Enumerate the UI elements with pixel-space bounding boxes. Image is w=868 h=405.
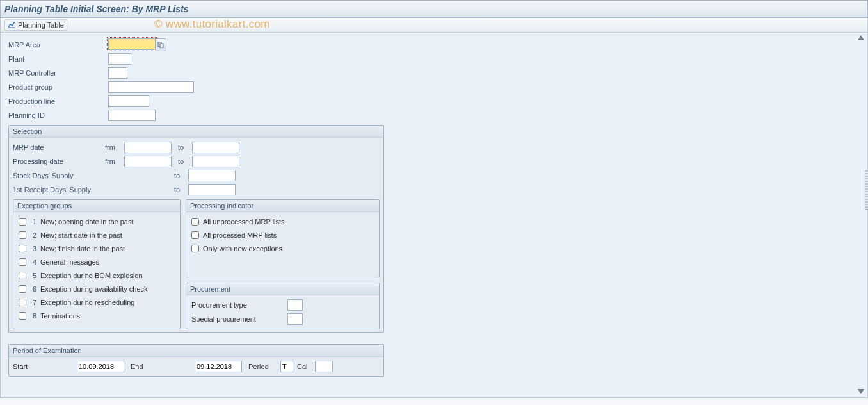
production-line-input[interactable] <box>108 95 149 107</box>
mrp-date-to-input[interactable] <box>192 142 239 153</box>
exception-3-checkbox[interactable] <box>19 245 26 252</box>
end-label: End <box>131 363 195 370</box>
product-group-input[interactable] <box>108 81 194 93</box>
selection-group: Selection MRP date frm to Processing dat… <box>8 125 384 333</box>
stock-supply-to-input[interactable] <box>188 170 236 181</box>
exception-1-checkbox[interactable] <box>19 218 26 226</box>
unprocessed-checkbox[interactable] <box>191 218 199 226</box>
mrp-date-label: MRP date <box>13 144 105 151</box>
period-label: Period <box>248 363 280 370</box>
processing-date-to-input[interactable] <box>192 156 239 167</box>
chart-icon <box>8 21 15 29</box>
mrp-controller-label: MRP Controller <box>8 69 108 77</box>
period-exam-group: Period of Examination Start End Period C… <box>8 344 384 377</box>
exception-row: 4General messages <box>19 255 175 269</box>
to-label-2: to <box>178 158 192 165</box>
exception-5-checkbox[interactable] <box>19 272 26 279</box>
to-label-4: to <box>174 186 188 194</box>
processed-checkbox[interactable] <box>191 231 199 239</box>
planning-id-label: Planning ID <box>8 112 108 119</box>
mrp-area-search-help[interactable] <box>156 38 166 51</box>
period-input[interactable] <box>280 361 293 372</box>
first-receipt-to-input[interactable] <box>188 184 236 195</box>
exception-6-checkbox[interactable] <box>19 285 26 293</box>
mrp-area-input[interactable] <box>108 38 156 50</box>
header: Planning Table Initial Screen: By MRP Li… <box>0 0 868 18</box>
exception-row: 1New; opening date in the past <box>19 215 175 228</box>
period-exam-title: Period of Examination <box>9 345 383 357</box>
exception-row: 7Exception during rescheduling <box>19 295 175 309</box>
procurement-type-input[interactable] <box>287 299 303 311</box>
search-help-icon <box>157 42 164 48</box>
scroll-up-icon[interactable] <box>858 35 864 40</box>
special-procurement-label: Special procurement <box>191 315 287 323</box>
start-label: Start <box>13 363 77 370</box>
planning-table-label: Planning Table <box>18 21 64 29</box>
mrp-date-from-input[interactable] <box>124 142 172 153</box>
special-procurement-input[interactable] <box>287 313 303 325</box>
processing-date-from-input[interactable] <box>124 156 172 167</box>
exception-4-checkbox[interactable] <box>19 258 26 266</box>
stock-supply-label: Stock Days' Supply <box>13 172 105 179</box>
exception-8-checkbox[interactable] <box>19 312 26 320</box>
cal-label: Cal <box>297 363 315 370</box>
exception-row: 6Exception during availability check <box>19 282 175 295</box>
production-line-label: Production line <box>8 97 108 105</box>
first-receipt-label: 1st Receipt Days' Supply <box>13 186 105 194</box>
cal-input[interactable] <box>315 361 333 372</box>
product-group-label: Product group <box>8 83 108 91</box>
end-input[interactable] <box>195 361 242 372</box>
exception-row: 5Exception during BOM explosion <box>19 269 175 282</box>
to-label-1: to <box>178 144 192 151</box>
procurement-box: Procurement Procurement type Special pro… <box>186 283 380 329</box>
scroll-down-icon[interactable] <box>858 389 864 394</box>
exception-row: 3New; finish date in the past <box>19 242 175 255</box>
selection-title: Selection <box>9 126 383 138</box>
new-exceptions-checkbox[interactable] <box>191 245 199 252</box>
procurement-title: Procurement <box>186 283 379 295</box>
from-label-2: frm <box>105 158 124 165</box>
processing-indicator-title: Processing indicator <box>186 200 379 212</box>
exception-row: 8Terminations <box>19 309 175 322</box>
page-title: Planning Table Initial Screen: By MRP Li… <box>4 4 189 14</box>
exception-2-checkbox[interactable] <box>19 231 26 239</box>
mrp-area-label: MRP Area <box>8 41 108 49</box>
planning-table-button[interactable]: Planning Table <box>4 19 67 31</box>
processing-indicator-box: Processing indicator All unprocessed MRP… <box>186 199 380 277</box>
toolbar: Planning Table © www.tutorialkart.com <box>0 18 868 33</box>
mrp-controller-input[interactable] <box>108 67 127 79</box>
plant-input[interactable] <box>108 53 131 65</box>
procurement-type-label: Procurement type <box>191 301 287 309</box>
scroll-grip[interactable] <box>865 170 868 210</box>
exception-groups-box: Exception groups 1New; opening date in t… <box>13 199 181 329</box>
content: MRP Area Plant MRP Controller Product gr… <box>0 33 868 398</box>
svg-rect-2 <box>160 44 163 48</box>
from-label-1: frm <box>105 144 124 151</box>
scrollbar[interactable] <box>857 35 865 394</box>
exception-groups-title: Exception groups <box>13 200 180 212</box>
exception-7-checkbox[interactable] <box>19 299 26 306</box>
plant-label: Plant <box>8 55 108 63</box>
exception-row: 2New; start date in the past <box>19 228 175 242</box>
start-input[interactable] <box>77 361 124 372</box>
watermark: © www.tutorialkart.com <box>154 18 270 31</box>
processing-date-label: Processing date <box>13 158 105 165</box>
to-label-3: to <box>174 172 188 179</box>
planning-id-input[interactable] <box>108 110 156 121</box>
